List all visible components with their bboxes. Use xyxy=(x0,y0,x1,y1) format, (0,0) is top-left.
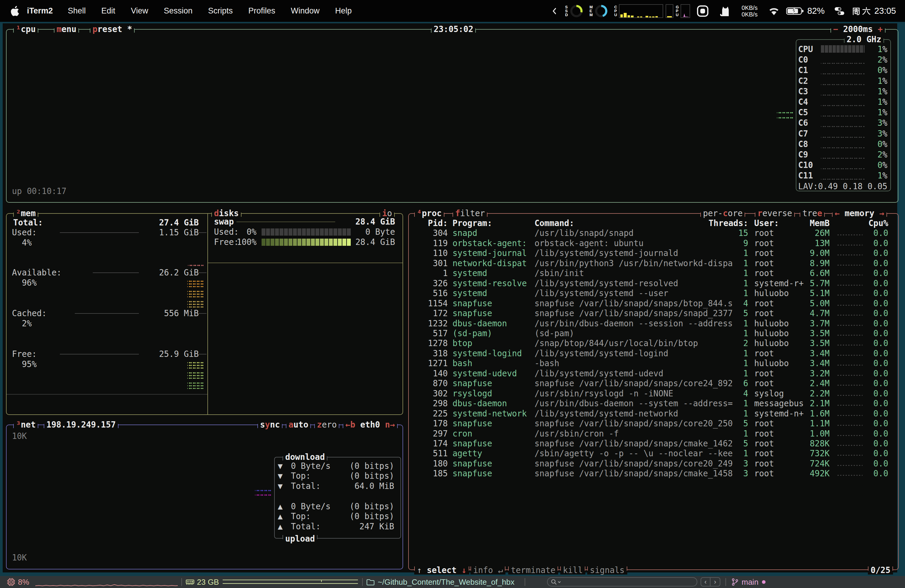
net-next-button[interactable]: n→ xyxy=(385,420,395,429)
proc-percore-button[interactable]: per-core xyxy=(700,209,745,218)
net-auto-button[interactable]: auto xyxy=(286,420,311,429)
process-row[interactable]: 110 systemd-journal /lib/systemd/systemd… xyxy=(413,248,892,258)
git-branch-icon xyxy=(732,578,738,586)
disk-used-value: 0 Byte xyxy=(335,227,395,237)
process-row[interactable]: 304 snapd /usr/lib/snapd/snapd 15 root 2… xyxy=(413,228,892,238)
proc-selection-count: 0/25 xyxy=(868,566,893,575)
menu-item-iterm2[interactable]: iTerm2 xyxy=(20,6,60,16)
menu-bar-clock[interactable]: 23:05 xyxy=(851,6,896,16)
proc-select-control[interactable]: ↑ select ↓ xyxy=(414,566,469,575)
process-row[interactable]: 302 rsyslogd /usr/sbin/rsyslogd -n -iNON… xyxy=(413,389,892,399)
cpu-ecore-graph[interactable] xyxy=(665,4,673,18)
control-center-icon[interactable] xyxy=(834,6,845,16)
mem-used-pct: 4% xyxy=(22,238,32,248)
network-speed-widget[interactable]: 0KB/s 0KB/s xyxy=(741,5,757,17)
process-row[interactable]: 870 snapfuse snapfuse /var/lib/snapd/sna… xyxy=(413,378,892,388)
proc-signals-button[interactable]: signals xyxy=(587,566,627,575)
process-row[interactable]: 318 systemd-logind /lib/systemd/systemd-… xyxy=(413,348,892,358)
statusbar-ram-widget[interactable]: 23 GB xyxy=(186,576,219,588)
menu-button[interactable]: menu xyxy=(54,25,79,33)
process-row[interactable]: 180 snapfuse snapfuse /var/lib/snapd/sna… xyxy=(413,459,892,469)
process-row[interactable]: 517 (sd-pam) (sd-pam) 1 huluobo 3.5M 0.0 xyxy=(413,329,892,338)
process-row[interactable]: 297 cron /usr/sbin/cron -f 1 root 1.0M 0… xyxy=(413,429,892,439)
process-table-header[interactable]: Pid:Program:Command:Threads:User:MemBCpu… xyxy=(413,218,892,228)
menu-item-session[interactable]: Session xyxy=(156,6,200,16)
gpu-widget-label: GPU xyxy=(676,5,679,17)
menu-item-help[interactable]: Help xyxy=(327,6,360,16)
menu-item-scripts[interactable]: Scripts xyxy=(200,6,241,16)
menu-item-view[interactable]: View xyxy=(123,6,156,16)
net-interface-switcher[interactable]: ←b eth0 n→ xyxy=(343,420,398,429)
interval-minus-button[interactable]: − xyxy=(833,24,838,34)
back-button[interactable]: ‹ xyxy=(701,578,710,586)
mem-cached-pct: 2% xyxy=(22,319,32,329)
disk-used-label: Used: xyxy=(214,227,239,237)
proc-tree-button[interactable]: tree xyxy=(800,209,825,218)
process-row[interactable]: 1154 snapfuse snapfuse /var/lib/snapd/sn… xyxy=(413,299,892,308)
process-cpu-graph xyxy=(837,369,864,378)
cat-app-icon[interactable] xyxy=(719,6,731,16)
process-row[interactable]: 172 snapfuse snapfuse /var/lib/snapd/sna… xyxy=(413,308,892,318)
process-row[interactable]: 174 snapfuse snapfuse /var/lib/snapd/sna… xyxy=(413,439,892,448)
mem-free-label: Free: xyxy=(12,349,39,359)
process-row[interactable]: 1278 btop /snap/btop/844/usr/local/bin/b… xyxy=(413,338,892,348)
net-ip-address: 198.19.249.157 xyxy=(44,420,119,429)
statusbar-path-widget[interactable]: ~/Github_Content/The_Website_of_hbx xyxy=(366,576,514,588)
stats-app-icon[interactable] xyxy=(697,5,709,17)
cpu-core-row: C10 0% xyxy=(798,160,888,170)
disks-io-button[interactable]: io xyxy=(379,209,395,218)
preset-button[interactable]: preset * xyxy=(90,25,135,33)
sort-prev-arrow[interactable]: ← xyxy=(835,208,840,218)
net-zero-button[interactable]: zero xyxy=(314,420,340,429)
process-row[interactable]: 1232 dbus-daemon /usr/bin/dbus-daemon --… xyxy=(413,319,892,329)
process-row[interactable]: 185 snapfuse snapfuse /var/lib/snapd/sna… xyxy=(413,469,892,478)
process-row[interactable]: 326 systemd-resolve /lib/systemd/systemd… xyxy=(413,278,892,288)
apple-logo-icon[interactable] xyxy=(11,6,20,16)
process-row[interactable]: 225 systemd-network /lib/systemd/systemd… xyxy=(413,408,892,418)
update-interval-control[interactable]: − 2000ms + xyxy=(830,25,886,33)
process-row[interactable]: 1 systemd /sbin/init 1 root 6.6M 0.0 xyxy=(413,268,892,278)
menu-item-edit[interactable]: Edit xyxy=(94,6,123,16)
proc-terminate-button[interactable]: terminate xyxy=(508,566,558,575)
menu-item-window[interactable]: Window xyxy=(283,6,327,16)
net-row: ▼ Top: (0 bitps) xyxy=(278,471,394,481)
process-row[interactable]: 1271 bash -bash 1 huluobo 3.4M 0.0 xyxy=(413,358,892,368)
process-row[interactable]: 178 snapfuse snapfuse /var/lib/snapd/sna… xyxy=(413,418,892,428)
ssd-gauge-icon[interactable] xyxy=(570,5,583,17)
process-cpu-graph xyxy=(837,448,864,458)
proc-info-button[interactable]: info ↵ xyxy=(470,566,505,575)
process-row[interactable]: 140 systemd-udevd /lib/systemd/systemd-u… xyxy=(413,369,892,378)
cpu-graph-dots xyxy=(777,111,793,114)
forward-button[interactable]: › xyxy=(710,578,720,586)
process-row[interactable]: 298 dbus-daemon /usr/bin/dbus-daemon --s… xyxy=(413,399,892,408)
chevron-left-icon[interactable] xyxy=(551,7,559,15)
gpu-history-graph[interactable] xyxy=(681,4,690,18)
menu-item-shell[interactable]: Shell xyxy=(60,6,94,16)
interval-plus-button[interactable]: + xyxy=(878,24,883,34)
proc-kill-button[interactable]: kill xyxy=(560,566,585,575)
sort-next-arrow[interactable]: → xyxy=(879,208,884,218)
net-sync-button[interactable]: sync xyxy=(257,420,283,429)
process-row[interactable]: 511 agetty /sbin/agetty -o -p -- \u --no… xyxy=(413,448,892,458)
process-cpu-graph xyxy=(837,459,864,469)
proc-filter-button[interactable]: filter xyxy=(452,209,487,218)
proc-sort-selector[interactable]: ← memory → xyxy=(832,209,887,218)
battery-icon[interactable] xyxy=(786,7,804,15)
mem-gauge-icon[interactable] xyxy=(595,5,608,17)
cpu-history-graph[interactable] xyxy=(619,4,663,18)
ram-graph xyxy=(223,576,358,588)
battery-percent: 82% xyxy=(807,6,824,16)
menu-item-profiles[interactable]: Profiles xyxy=(241,6,283,16)
statusbar-cpu-widget[interactable]: 8% xyxy=(6,576,29,588)
process-cpu-graph xyxy=(837,348,864,358)
process-row[interactable]: 119 orbstack-agent: orbstack-agent: ubun… xyxy=(413,238,892,248)
proc-reverse-button[interactable]: reverse xyxy=(755,209,795,218)
net-prev-button[interactable]: ←b xyxy=(345,420,355,429)
process-row[interactable]: 301 networkd-dispat /usr/bin/python3 /us… xyxy=(413,258,892,268)
disks-io-divider xyxy=(208,262,403,263)
statusbar-search-input[interactable] xyxy=(547,577,697,586)
statusbar-git-widget[interactable]: main xyxy=(732,576,765,588)
wifi-icon[interactable] xyxy=(768,6,780,16)
process-row[interactable]: 516 systemd /lib/systemd/systemd --user … xyxy=(413,288,892,298)
mem-box-title: ²mem xyxy=(13,209,38,218)
